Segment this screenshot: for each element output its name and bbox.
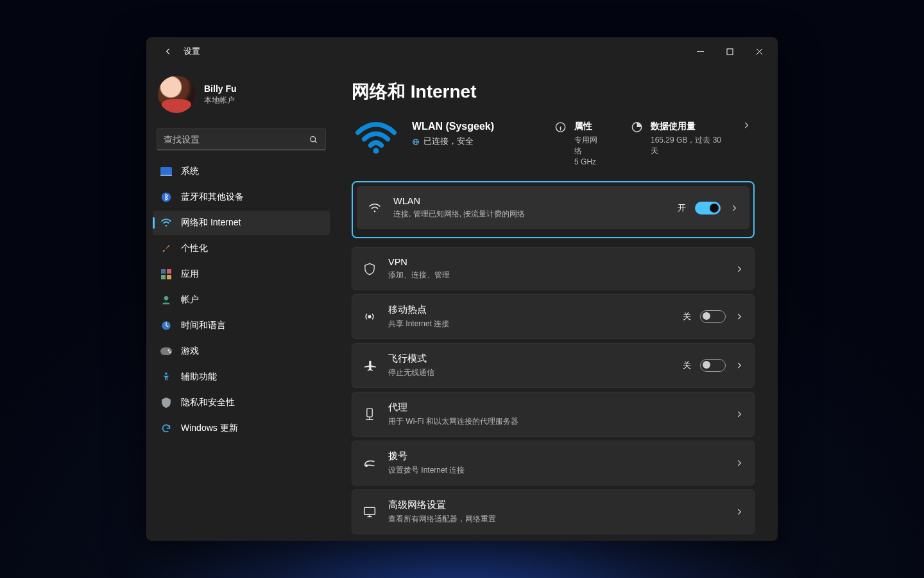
search-box[interactable] — [157, 128, 326, 150]
data-usage-sub: 165.29 GB，过去 30 天 — [651, 135, 728, 157]
wlan-toggle-label: 开 — [678, 202, 686, 214]
svg-rect-7 — [161, 269, 166, 274]
svg-rect-10 — [167, 275, 171, 279]
card-proxy[interactable]: 代理 用于 Wi-Fi 和以太网连接的代理服务器 — [352, 392, 755, 437]
card-airplane[interactable]: 飞行模式 停止无线通信 关 — [352, 343, 755, 388]
proxy-icon — [363, 408, 377, 421]
profile-name: Billy Fu — [204, 83, 237, 94]
wlan-title: WLAN — [393, 196, 666, 206]
wifi-icon — [160, 217, 172, 229]
monitor-icon — [363, 506, 377, 518]
svg-point-22 — [374, 211, 376, 213]
nav-privacy[interactable]: 隐私和安全性 — [153, 390, 330, 415]
chevron-right-icon — [735, 459, 744, 468]
svg-point-11 — [164, 296, 169, 301]
bluetooth-icon — [160, 191, 172, 203]
svg-rect-13 — [160, 347, 172, 355]
svg-point-2 — [310, 136, 315, 141]
svg-point-17 — [373, 148, 379, 153]
chevron-right-icon — [730, 204, 739, 213]
back-button[interactable] — [158, 41, 178, 62]
shield-icon — [160, 397, 172, 408]
nav-gaming[interactable]: 游戏 — [153, 339, 330, 363]
svg-rect-8 — [167, 269, 171, 274]
nav-personalize[interactable]: 个性化 — [153, 236, 330, 261]
nav-bluetooth[interactable]: 蓝牙和其他设备 — [153, 185, 330, 209]
data-usage-label: 数据使用量 — [651, 121, 728, 132]
nav-windows-update[interactable]: Windows 更新 — [153, 416, 330, 441]
network-ssid: WLAN (Sysgeek) — [412, 121, 540, 132]
svg-rect-9 — [161, 275, 166, 279]
svg-point-16 — [165, 372, 167, 374]
card-dialup[interactable]: 拨号 设置拨号 Internet 连接 — [352, 441, 755, 486]
card-advanced[interactable]: 高级网络设置 查看所有网络适配器，网络重置 — [352, 489, 755, 534]
nav-apps[interactable]: 应用 — [153, 262, 330, 286]
window-title: 设置 — [184, 46, 200, 57]
search-input[interactable] — [164, 135, 307, 144]
chevron-right-icon — [735, 361, 744, 370]
status-expand[interactable] — [742, 121, 755, 130]
data-usage-block[interactable]: 数据使用量 165.29 GB，过去 30 天 — [631, 121, 728, 157]
hotspot-icon — [363, 310, 377, 323]
person-icon — [160, 294, 172, 306]
svg-point-6 — [166, 225, 167, 227]
svg-rect-1 — [727, 49, 733, 55]
info-icon — [554, 121, 567, 134]
svg-point-14 — [168, 349, 169, 351]
system-icon — [160, 166, 172, 177]
titlebar: 设置 — [146, 37, 778, 66]
wlan-sub: 连接, 管理已知网络, 按流量计费的网络 — [393, 209, 666, 220]
nav-network[interactable]: 网络和 Internet — [153, 211, 330, 235]
svg-point-23 — [368, 316, 371, 319]
nav-system[interactable]: 系统 — [153, 159, 330, 184]
airplane-toggle[interactable] — [700, 359, 726, 372]
nav-accessibility[interactable]: 辅助功能 — [153, 365, 330, 389]
network-status-main[interactable]: WLAN (Sysgeek) 已连接，安全 — [412, 121, 540, 147]
dialup-icon — [363, 458, 377, 468]
profile-sub: 本地帐户 — [204, 95, 237, 106]
chevron-right-icon — [735, 507, 744, 516]
nav-time-language[interactable]: 时间和语言 — [153, 313, 330, 338]
network-state: 已连接，安全 — [412, 136, 540, 147]
gamepad-icon — [160, 346, 172, 357]
network-properties-block[interactable]: 属性 专用网络 5 GHz — [554, 121, 604, 167]
settings-window: 设置 Billy Fu 本地帐户 — [146, 37, 778, 541]
svg-point-15 — [169, 351, 171, 353]
airplane-icon — [363, 359, 377, 372]
hotspot-toggle[interactable] — [700, 310, 726, 323]
update-icon — [160, 423, 172, 434]
wifi-large-icon — [354, 121, 398, 155]
chevron-right-icon — [735, 410, 744, 419]
wlan-toggle[interactable] — [695, 202, 721, 215]
page-title: 网络和 Internet — [352, 80, 755, 104]
svg-rect-4 — [160, 175, 172, 176]
card-vpn[interactable]: VPN 添加、连接、管理 — [352, 247, 755, 290]
apps-icon — [160, 268, 172, 280]
svg-rect-24 — [367, 408, 372, 417]
svg-rect-26 — [364, 508, 375, 515]
clock-globe-icon — [160, 320, 172, 331]
minimize-button[interactable] — [685, 41, 715, 62]
nav-accounts[interactable]: 帐户 — [153, 288, 330, 312]
maximize-button[interactable] — [715, 41, 744, 62]
shield-icon — [363, 263, 377, 276]
wifi-icon — [368, 203, 382, 213]
close-button[interactable] — [744, 41, 774, 62]
card-hotspot[interactable]: 移动热点 共享 Internet 连接 关 — [352, 294, 755, 339]
svg-rect-3 — [160, 167, 172, 175]
properties-label: 属性 — [574, 121, 604, 132]
avatar — [158, 76, 195, 113]
network-status-row: WLAN (Sysgeek) 已连接，安全 属性 专用网络 5 GHz — [352, 121, 755, 167]
svg-point-25 — [366, 465, 367, 466]
main-content: 网络和 Internet WLAN (Sysgeek) 已连接，安全 属性 — [336, 66, 778, 541]
data-usage-icon — [631, 121, 643, 134]
accessibility-icon — [160, 371, 172, 383]
sidebar: Billy Fu 本地帐户 系统 蓝牙和其他设备 — [146, 66, 336, 541]
profile-block[interactable]: Billy Fu 本地帐户 — [153, 66, 330, 125]
brush-icon — [160, 243, 172, 254]
card-wlan[interactable]: WLAN 连接, 管理已知网络, 按流量计费的网络 开 — [357, 186, 749, 229]
properties-sub: 专用网络 5 GHz — [574, 135, 604, 167]
svg-rect-0 — [697, 51, 704, 52]
wlan-highlight: WLAN 连接, 管理已知网络, 按流量计费的网络 开 — [352, 181, 755, 238]
nav: 系统 蓝牙和其他设备 网络和 Internet 个性化 应用 — [153, 159, 330, 441]
